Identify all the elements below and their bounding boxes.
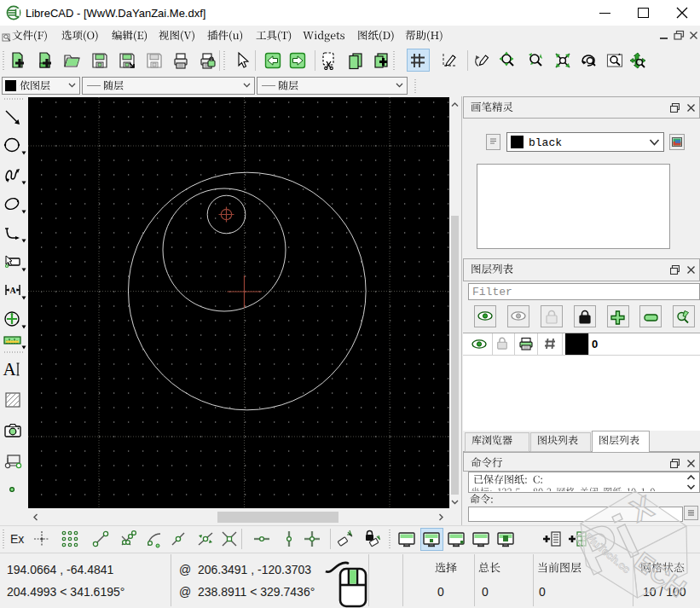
svg-text:A: A — [9, 286, 16, 295]
svg-text:A: A — [3, 359, 16, 379]
